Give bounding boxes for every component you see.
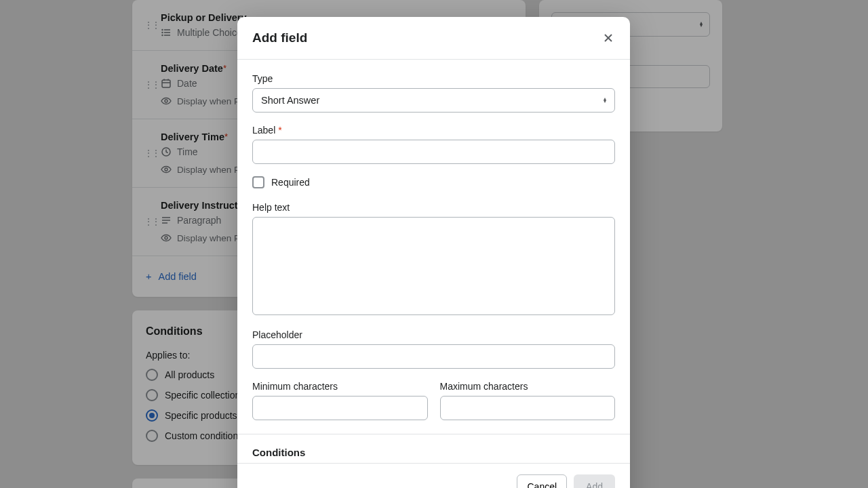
type-select[interactable]: Short Answer ▴▾: [252, 88, 615, 113]
min-chars-input[interactable]: [252, 396, 428, 420]
type-select-value: Short Answer: [261, 95, 319, 106]
label-field-label: Label *: [252, 125, 615, 136]
label-input[interactable]: [252, 140, 615, 164]
help-text-input[interactable]: [252, 217, 615, 315]
required-label: Required: [271, 177, 310, 188]
help-text-label: Help text: [252, 202, 615, 213]
max-chars-label: Maximum characters: [440, 381, 616, 392]
checkbox-icon: [252, 176, 264, 188]
chevron-updown-icon: ▴▾: [604, 98, 606, 103]
required-checkbox[interactable]: Required: [252, 176, 615, 188]
add-button[interactable]: Add: [574, 474, 615, 488]
max-chars-input[interactable]: [440, 396, 616, 420]
type-label: Type: [252, 73, 615, 84]
placeholder-input[interactable]: [252, 344, 615, 369]
modal-title: Add field: [252, 30, 307, 45]
min-chars-label: Minimum characters: [252, 381, 428, 392]
close-button[interactable]: [601, 31, 615, 45]
placeholder-label: Placeholder: [252, 329, 615, 340]
add-field-modal: Add field Type Short Answer ▴▾ Label * R…: [237, 17, 630, 488]
close-icon: [604, 33, 613, 43]
cancel-button[interactable]: Cancel: [517, 474, 567, 488]
modal-conditions-title: Conditions: [252, 447, 615, 458]
